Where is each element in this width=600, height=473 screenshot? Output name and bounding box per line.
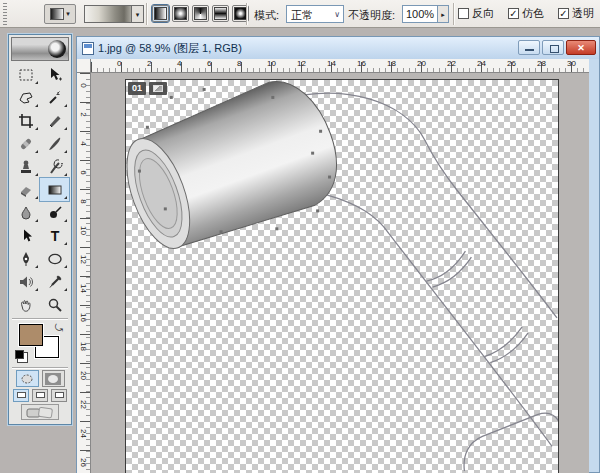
eraser-icon	[18, 182, 34, 198]
clone-stamp-tool[interactable]	[11, 155, 40, 178]
shape-tool[interactable]	[40, 247, 69, 270]
opacity-label: 不透明度:	[348, 8, 395, 23]
clone-stamp-icon	[18, 159, 34, 175]
magic-wand-icon	[47, 90, 63, 106]
reflected-gradient-icon	[214, 7, 227, 20]
linear-gradient-icon	[154, 7, 167, 20]
checkbox-label: 透明	[572, 6, 594, 21]
eyedropper-tool[interactable]	[40, 270, 69, 293]
checkbox-label: 反向	[472, 6, 494, 21]
radial-gradient-button[interactable]	[172, 5, 189, 22]
ruler-number: 20	[417, 59, 426, 68]
standard-mode-icon	[19, 373, 35, 385]
artwork-layer	[126, 80, 558, 473]
blur-tool[interactable]	[11, 201, 40, 224]
move-tool[interactable]	[40, 63, 69, 86]
checked-icon[interactable]: ✓	[558, 8, 569, 19]
adobe-eye-logo-icon	[48, 40, 66, 58]
chevron-down-icon: ▾	[66, 10, 70, 18]
ruler-number: 20	[79, 371, 88, 381]
opacity-slider-arrow[interactable]: ▸	[438, 5, 449, 23]
zoom-icon	[47, 297, 63, 313]
foreground-color-swatch[interactable]	[19, 324, 43, 346]
ruler-corner[interactable]	[77, 59, 91, 73]
default-colors-icon[interactable]	[15, 350, 24, 359]
document-title: 1.jpg @ 58.9% (图层 1, RGB)	[98, 41, 242, 56]
slice-tool[interactable]	[40, 109, 69, 132]
document-window: 1.jpg @ 58.9% (图层 1, RGB) ✕ 202468101214…	[76, 36, 600, 473]
linear-gradient-button[interactable]	[152, 5, 169, 22]
type-tool[interactable]: T	[40, 224, 69, 247]
path-select-icon	[18, 228, 34, 244]
ruler-number: 4	[79, 139, 88, 149]
checked-icon[interactable]: ✓	[508, 8, 519, 19]
path-selection-tool[interactable]	[11, 224, 40, 247]
fullscreen-menubar-button[interactable]	[32, 389, 48, 402]
unchecked-icon[interactable]	[458, 8, 469, 19]
healing-brush-tool[interactable]	[11, 132, 40, 155]
restore-button[interactable]	[542, 40, 564, 55]
gradient-options-bar: ▾ ▾ 模式: 正常 ∨ 不透明度: 100% ▸ 反向✓仿色✓透明	[0, 0, 600, 28]
close-button[interactable]: ✕	[566, 40, 596, 55]
vertical-ruler[interactable]: 02468101214161820222426	[77, 73, 91, 473]
ruler-number: 26	[507, 59, 516, 68]
checkbox-反向[interactable]: 反向	[458, 6, 494, 21]
lasso-tool[interactable]	[11, 86, 40, 109]
checkbox-透明[interactable]: ✓透明	[558, 6, 594, 21]
minimize-button[interactable]	[518, 40, 540, 55]
magic-wand-tool[interactable]	[40, 86, 69, 109]
ruler-number: 2	[79, 110, 88, 120]
horizontal-ruler[interactable]: 2024681012141618202224262830	[91, 59, 589, 73]
checkbox-仿色[interactable]: ✓仿色	[508, 6, 544, 21]
edit-mode-buttons	[11, 370, 69, 387]
gradient-preview[interactable]	[84, 5, 132, 23]
gradient-tool[interactable]	[40, 178, 69, 201]
dodge-icon	[47, 205, 63, 221]
gradient-tool-preset-button[interactable]: ▾	[44, 4, 76, 24]
eraser-tool[interactable]	[11, 178, 40, 201]
hand-tool[interactable]	[11, 293, 40, 316]
ruler-number: 18	[79, 342, 88, 352]
standard-screen-button[interactable]	[13, 389, 29, 402]
pasteboard: 01	[91, 73, 589, 473]
brush-tool[interactable]	[40, 132, 69, 155]
adobe-banner[interactable]	[11, 37, 69, 61]
history-brush-icon	[47, 159, 63, 175]
marquee-tool[interactable]	[11, 63, 40, 86]
ruler-number: 6	[79, 168, 88, 178]
canvas[interactable]: 01	[125, 79, 559, 473]
ruler-number: 14	[327, 59, 336, 68]
move-icon	[47, 67, 63, 83]
divider	[12, 318, 68, 319]
healing-brush-icon	[18, 136, 34, 152]
quick-mask-button[interactable]	[42, 370, 65, 387]
document-title-bar[interactable]: 1.jpg @ 58.9% (图层 1, RGB) ✕	[77, 37, 599, 59]
fullscreen-button[interactable]	[51, 389, 67, 402]
color-swatches: ⤿	[13, 322, 67, 364]
standard-mode-button[interactable]	[16, 370, 39, 387]
checkbox-label: 仿色	[522, 6, 544, 21]
swap-colors-icon[interactable]: ⤿	[55, 322, 63, 334]
slice-icon	[47, 113, 63, 129]
angle-gradient-button[interactable]	[192, 5, 209, 22]
jump-to-imageready-button[interactable]	[21, 404, 59, 420]
dodge-tool[interactable]	[40, 201, 69, 224]
blend-mode-select[interactable]: 正常 ∨	[286, 5, 344, 23]
crop-tool[interactable]	[11, 109, 40, 132]
history-brush-tool[interactable]	[40, 155, 69, 178]
ruler-number: 30	[567, 59, 576, 68]
photo-badge-icon	[149, 82, 167, 95]
lasso-icon	[18, 90, 34, 106]
toolbar-grip[interactable]	[3, 3, 7, 25]
gradient-picker-dropdown[interactable]: ▾	[132, 5, 144, 23]
ruler-number: 0	[79, 81, 88, 91]
radial-gradient-icon	[174, 7, 187, 20]
pen-tool[interactable]	[11, 247, 40, 270]
reflected-gradient-button[interactable]	[212, 5, 229, 22]
divider	[146, 3, 147, 25]
annotation-tool[interactable]	[11, 270, 40, 293]
ruler-number: 12	[297, 59, 306, 68]
opacity-input[interactable]: 100%	[402, 5, 438, 23]
zoom-tool[interactable]	[40, 293, 69, 316]
tool-grid: T	[11, 63, 69, 316]
